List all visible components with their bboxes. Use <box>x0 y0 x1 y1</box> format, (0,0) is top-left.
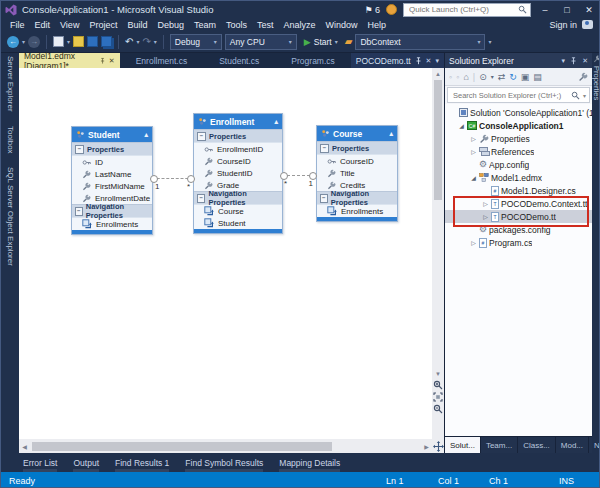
scrollbar-thumb[interactable] <box>434 80 442 200</box>
zoom-in-button[interactable] <box>433 379 444 390</box>
minimize-button[interactable]: – <box>537 5 553 15</box>
solution-platform-dropdown[interactable]: Any CPU▾ <box>225 34 297 50</box>
property-row[interactable]: FirstMidName <box>72 180 152 192</box>
tab-error-list[interactable]: Error List <box>23 458 57 468</box>
entity-header[interactable]: Course ▴ <box>317 126 397 141</box>
redo-button[interactable]: ↷ <box>142 36 150 47</box>
sidebar-tab-server-explorer[interactable]: Server Explorer <box>6 56 15 112</box>
collapse-entity-icon[interactable]: ▴ <box>389 130 393 138</box>
open-file-button[interactable] <box>73 36 84 47</box>
edmx-designer-canvas[interactable]: Student ▴ − Properties ID LastName First… <box>19 68 444 453</box>
menu-analyze[interactable]: Analyze <box>279 20 321 30</box>
close-button[interactable]: ✕ <box>581 5 597 15</box>
undo-button[interactable]: ↶ <box>125 36 133 47</box>
navigate-back-button[interactable]: ← <box>7 36 19 48</box>
redo-dropdown-icon[interactable]: ▾ <box>154 38 157 45</box>
search-dropdown-icon[interactable]: ▾ <box>583 92 586 99</box>
property-row[interactable]: CourseID <box>317 155 397 167</box>
panel-tab-notifications[interactable]: Notifi... <box>589 437 600 453</box>
quick-launch-input[interactable] <box>407 4 515 15</box>
property-row[interactable]: StudentID <box>194 167 282 179</box>
menu-file[interactable]: File <box>5 20 30 30</box>
close-tab-icon[interactable]: ✕ <box>109 57 115 65</box>
menu-test[interactable]: Test <box>252 20 279 30</box>
scroll-right-icon[interactable]: ▶ <box>421 439 432 453</box>
show-all-files-icon[interactable]: ▤ <box>533 72 542 82</box>
home-icon[interactable]: ⌂ <box>463 72 468 82</box>
menu-debug[interactable]: Debug <box>152 20 189 30</box>
tab-pocodemo-tt[interactable]: POCODemo.tt ✕ ▾ <box>351 53 444 68</box>
menu-window[interactable]: Window <box>321 20 363 30</box>
panel-menu-dropdown-icon[interactable]: ▾ <box>562 57 566 65</box>
sign-in-link[interactable]: Sign in <box>549 20 577 30</box>
feedback-flag-icon[interactable]: ⚑ 6 <box>364 5 380 15</box>
entity-header[interactable]: Student ▴ <box>72 127 152 142</box>
menu-view[interactable]: View <box>55 20 84 30</box>
start-debug-button[interactable]: ▶ Start ▾ <box>300 37 342 47</box>
solution-explorer-search[interactable]: ▾ <box>447 87 590 103</box>
entity-header[interactable]: Enrollment ▴ <box>194 114 282 129</box>
dbcontext-dropdown[interactable]: DbContext▾ <box>355 34 485 50</box>
entity-student[interactable]: Student ▴ − Properties ID LastName First… <box>71 126 153 235</box>
navigation-section-header[interactable]: − Navigation Properties <box>72 204 152 218</box>
tab-enrollment-cs[interactable]: Enrollment.cs <box>120 53 204 68</box>
new-project-dropdown-icon[interactable]: ▾ <box>67 38 70 45</box>
pin-icon[interactable] <box>100 57 105 65</box>
tab-list-dropdown-icon[interactable]: ▾ <box>435 57 439 65</box>
pending-changes-filter-icon[interactable]: ⊙ <box>479 72 487 82</box>
collapse-section-icon[interactable]: − <box>75 207 83 216</box>
menu-project[interactable]: Project <box>84 20 122 30</box>
save-button[interactable] <box>87 36 98 47</box>
entity-course[interactable]: Course ▴ − Properties CourseID Title Cre… <box>316 125 398 222</box>
zoom-out-button[interactable] <box>433 403 444 414</box>
collapse-section-icon[interactable]: − <box>197 194 205 203</box>
properties-section-header[interactable]: − Properties <box>317 141 397 155</box>
property-row[interactable]: CourseID <box>194 155 282 167</box>
tree-item-app-config[interactable]: ⚙App.config <box>445 158 592 171</box>
scroll-left-icon[interactable]: ◀ <box>19 439 30 453</box>
menu-team[interactable]: Team <box>189 20 221 30</box>
solution-explorer-header[interactable]: Solution Explorer ▾ ✕ <box>445 53 592 68</box>
notification-icon[interactable] <box>386 4 397 15</box>
property-row[interactable]: LastName <box>72 168 152 180</box>
toolbar-overflow-icon[interactable]: ▾ <box>488 38 491 45</box>
horizontal-scrollbar[interactable]: ◀ ▶ <box>19 439 432 453</box>
zoom-fit-button[interactable] <box>433 391 444 402</box>
tree-item-project[interactable]: ◢C#ConsoleApplication1 <box>445 119 592 132</box>
scroll-down-icon[interactable]: ▼ <box>432 368 444 379</box>
pin-icon[interactable] <box>570 57 577 65</box>
tab-output[interactable]: Output <box>73 458 99 468</box>
property-row[interactable]: Title <box>317 167 397 179</box>
panel-tab-class-view[interactable]: Class... <box>518 437 556 453</box>
properties-section-header[interactable]: − Properties <box>72 142 152 156</box>
close-tab-icon[interactable]: ✕ <box>426 57 432 65</box>
tree-item-program-cs[interactable]: ▷#Program.cs <box>445 236 592 249</box>
tree-item-properties[interactable]: ▷Properties <box>445 132 592 145</box>
navigation-section-header[interactable]: − Navigation Properties <box>194 191 282 205</box>
sync-with-active-document-icon[interactable]: ⇄ <box>498 72 506 82</box>
filter-dropdown-icon[interactable]: ▾ <box>491 73 494 80</box>
navigate-forward-button[interactable]: → <box>28 36 40 48</box>
performance-icon[interactable]: ▰ <box>345 36 353 47</box>
tab-find-results-1[interactable]: Find Results 1 <box>115 458 169 468</box>
association-student-enrollment[interactable]: 1 * <box>152 178 193 179</box>
collapse-section-icon[interactable]: − <box>320 144 329 153</box>
collapse-section-icon[interactable]: − <box>197 132 206 141</box>
nav-forward-icon[interactable]: ◦ <box>456 72 459 82</box>
solution-configuration-dropdown[interactable]: Debug▾ <box>170 34 222 50</box>
menu-tools[interactable]: Tools <box>221 20 252 30</box>
navigation-property-row[interactable]: Student <box>194 217 282 229</box>
scrollbar-thumb[interactable] <box>32 442 332 451</box>
tab-model1-edmx[interactable]: Model1.edmx [Diagram1]* ✕ <box>19 53 120 68</box>
association-enrollment-course[interactable]: * 1 <box>282 175 315 176</box>
save-all-button[interactable] <box>101 36 112 47</box>
maximize-button[interactable]: □ <box>559 5 575 15</box>
pin-icon[interactable] <box>415 57 422 65</box>
sidebar-tab-properties[interactable]: Properties <box>592 66 600 100</box>
tree-item-pocodemo-context-tt[interactable]: ▷TPOCODemo.Context.tt <box>445 197 592 210</box>
collapse-all-icon[interactable]: ▣ <box>521 72 530 82</box>
tree-item-pocodemo-tt[interactable]: ▷TPOCODemo.tt <box>445 210 592 223</box>
collapse-entity-icon[interactable]: ▴ <box>144 131 148 139</box>
close-panel-icon[interactable]: ✕ <box>582 57 588 65</box>
solution-search-input[interactable] <box>451 90 568 101</box>
